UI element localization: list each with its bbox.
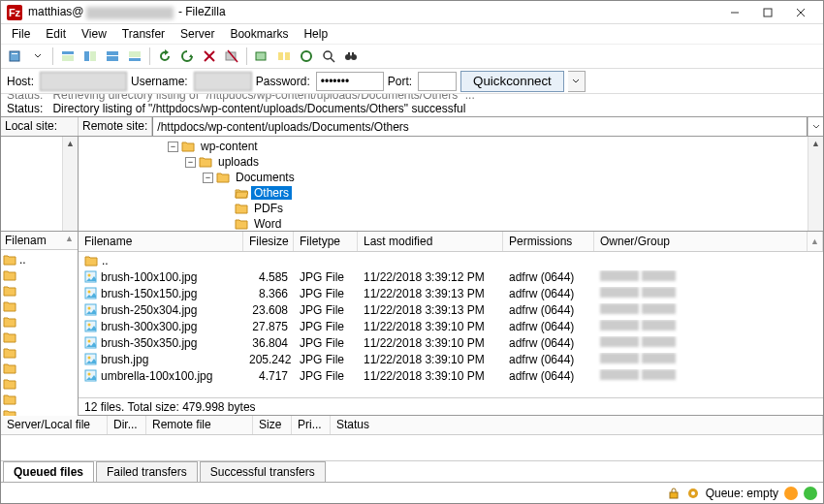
- qcol-direction[interactable]: Dir...: [108, 416, 146, 434]
- toolbar-filter-button[interactable]: [318, 46, 339, 67]
- toolbar-dropdown-button[interactable]: [27, 46, 48, 67]
- toolbar-site-manager-button[interactable]: [5, 46, 26, 67]
- table-row[interactable]: brush-300x300.jpg27.875JPG File11/22/201…: [79, 318, 823, 334]
- log-line: Status: Retrieving directory listing of …: [7, 94, 817, 102]
- menu-help[interactable]: Help: [297, 25, 334, 43]
- svg-marker-15: [189, 54, 193, 57]
- port-input[interactable]: [418, 72, 457, 91]
- table-row[interactable]: brush-350x350.jpg36.804JPG File11/22/201…: [79, 334, 823, 351]
- qcol-status[interactable]: Status: [331, 416, 823, 434]
- local-updir-row[interactable]: ..: [3, 252, 76, 268]
- layout1-icon: [60, 48, 76, 64]
- toolbar-toggle-local-button[interactable]: [79, 46, 101, 67]
- username-input[interactable]: [194, 72, 252, 91]
- collapse-icon[interactable]: −: [203, 173, 213, 183]
- col-permissions[interactable]: Permissions: [503, 232, 594, 251]
- folder-icon: [235, 218, 248, 230]
- tab-failed-transfers[interactable]: Failed transfers: [96, 461, 198, 482]
- local-tree[interactable]: ▲: [1, 137, 78, 232]
- list-item[interactable]: [3, 314, 76, 330]
- table-row[interactable]: umbrella-100x100.jpg4.717JPG File11/22/2…: [79, 367, 823, 384]
- quickconnect-dropdown-button[interactable]: [568, 71, 586, 92]
- close-button[interactable]: [784, 3, 817, 22]
- remote-updir-row[interactable]: ..: [79, 252, 823, 268]
- list-item[interactable]: [3, 330, 76, 345]
- gear-status-icon[interactable]: [686, 487, 700, 500]
- tree-scrollbar[interactable]: ▲: [808, 137, 823, 231]
- toolbar-find-button[interactable]: [340, 46, 362, 67]
- table-row[interactable]: brush-100x100.jpg4.585JPG File11/22/2018…: [79, 268, 823, 285]
- remote-path-dropdown[interactable]: [808, 117, 823, 136]
- table-row[interactable]: brush-250x304.jpg23.608JPG File11/22/201…: [79, 301, 823, 318]
- tree-node-word[interactable]: Word: [79, 216, 823, 232]
- message-log[interactable]: Status: Retrieving directory listing of …: [1, 94, 823, 117]
- toolbar-toggle-remote-button[interactable]: [102, 46, 123, 67]
- col-filetype[interactable]: Filetype: [294, 232, 358, 251]
- toolbar-compare-button[interactable]: [273, 46, 295, 67]
- folder-icon: [3, 269, 16, 281]
- col-filesize[interactable]: Filesize: [243, 232, 294, 251]
- tree-node-pdfs[interactable]: PDFs: [79, 201, 823, 216]
- qcol-remote[interactable]: Remote file: [146, 416, 253, 434]
- host-input[interactable]: [40, 72, 127, 91]
- scroll-up-icon[interactable]: ▲: [63, 137, 78, 150]
- list-item[interactable]: [3, 283, 76, 299]
- filelist-scroll-up[interactable]: ▲: [808, 232, 823, 251]
- remote-path-input[interactable]: [152, 117, 808, 136]
- toolbar-cancel-button[interactable]: [199, 46, 220, 67]
- qcol-size[interactable]: Size: [253, 416, 292, 434]
- local-filelist[interactable]: .. <>: [1, 250, 78, 416]
- maximize-button[interactable]: [751, 3, 784, 22]
- compare-icon: [276, 48, 292, 64]
- toolbar-refresh-button[interactable]: [154, 46, 175, 67]
- tab-queued-files[interactable]: Queued files: [3, 461, 94, 482]
- tab-successful-transfers[interactable]: Successful transfers: [200, 461, 326, 482]
- folder-icon: [3, 362, 16, 374]
- qcol-serverlocal[interactable]: Server/Local file: [1, 416, 108, 434]
- password-input[interactable]: [316, 72, 384, 91]
- menu-view[interactable]: View: [75, 25, 113, 43]
- scroll-up-icon[interactable]: ▲: [65, 234, 74, 247]
- list-item[interactable]: [3, 345, 76, 361]
- list-item[interactable]: [3, 392, 76, 407]
- menu-edit[interactable]: Edit: [39, 25, 73, 43]
- collapse-icon[interactable]: −: [168, 142, 178, 152]
- toolbar-toggle-queue-button[interactable]: [124, 46, 145, 67]
- title-host-blur: [86, 7, 174, 19]
- toolbar-sync-button[interactable]: [296, 46, 317, 67]
- list-item[interactable]: [3, 376, 76, 392]
- menu-file[interactable]: File: [5, 25, 37, 43]
- tree-node-others[interactable]: Others: [79, 185, 823, 201]
- col-filename[interactable]: Filename: [79, 232, 243, 251]
- remote-directory-tree[interactable]: −wp-content −uploads −Documents Others P…: [79, 137, 823, 232]
- tree-node-uploads[interactable]: −uploads: [79, 154, 823, 170]
- quickconnect-button[interactable]: Quickconnect: [460, 71, 564, 92]
- transfer-queue[interactable]: [1, 435, 823, 460]
- table-row[interactable]: brush.jpg205.242JPG File11/22/2018 3:39:…: [79, 351, 823, 367]
- local-col-filename[interactable]: Filenam: [5, 234, 47, 247]
- list-item[interactable]: [3, 299, 76, 314]
- scroll-up-icon[interactable]: ▲: [808, 137, 823, 150]
- menu-bookmarks[interactable]: Bookmarks: [223, 25, 295, 43]
- menu-transfer[interactable]: Transfer: [115, 25, 172, 43]
- remote-file-rows[interactable]: .. brush-100x100.jpg4.585JPG File11/22/2…: [79, 252, 823, 397]
- col-owner[interactable]: Owner/Group: [594, 232, 808, 251]
- col-modified[interactable]: Last modified: [358, 232, 503, 251]
- list-item[interactable]: [3, 407, 76, 416]
- log-line: Status: Directory listing of "/httpdocs/…: [7, 102, 817, 115]
- list-item[interactable]: [3, 361, 76, 376]
- tree-node-wp-content[interactable]: −wp-content: [79, 139, 823, 154]
- collapse-icon[interactable]: −: [185, 157, 196, 168]
- table-row[interactable]: brush-150x150.jpg8.366JPG File11/22/2018…: [79, 285, 823, 301]
- encryption-status-icon[interactable]: [667, 487, 681, 500]
- tree-node-documents[interactable]: −Documents: [79, 170, 823, 185]
- menu-server[interactable]: Server: [174, 25, 221, 43]
- toolbar-disconnect-button[interactable]: [221, 46, 242, 67]
- qcol-priority[interactable]: Pri...: [292, 416, 331, 434]
- toolbar-reconnect-button[interactable]: [251, 46, 272, 67]
- toolbar-process-queue-button[interactable]: [176, 46, 198, 67]
- minimize-button[interactable]: [718, 3, 751, 22]
- list-item[interactable]: [3, 268, 76, 283]
- username-label: Username:: [131, 75, 188, 88]
- toolbar-toggle-log-button[interactable]: [57, 46, 79, 67]
